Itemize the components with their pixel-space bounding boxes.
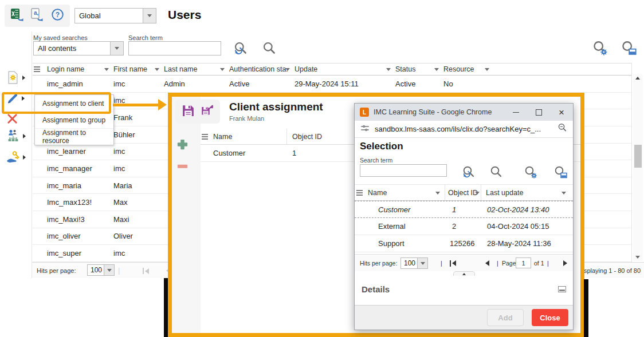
chrome-urlbar[interactable]: sandbox.lms-saas.com/ils/clix.do?searchK… [355,121,573,138]
minimize-button[interactable] [504,104,527,121]
remove-minus-icon[interactable] [176,160,189,175]
access-button[interactable] [6,150,26,165]
user-row[interactable]: imc_adminimcAdminActive29-May-2024 15:11… [33,76,631,93]
selection-search-input[interactable] [360,164,447,177]
drag-handle-icon[interactable] [355,185,365,200]
column-filter-icon[interactable] [220,68,225,71]
column-header-name[interactable]: Name [365,185,445,200]
column-header-object-id[interactable]: Object ID [445,185,481,200]
chrome-titlebar[interactable]: L IMC Learning Suite - Google Chrome × [355,104,573,121]
search-settings-icon[interactable] [591,39,608,59]
drag-handle-icon[interactable] [33,64,46,75]
next-page-button[interactable] [563,255,567,272]
submenu-arrow-icon [22,76,25,80]
scrollbar-thumb[interactable] [634,145,642,168]
cell-name: Support [365,235,445,252]
column-filter-icon[interactable] [386,68,391,71]
scroll-up-icon[interactable] [635,77,640,80]
saved-searches-label: My saved searches [33,34,88,41]
saved-searches-dropdown-button[interactable] [110,42,123,55]
search-icon[interactable] [489,165,504,180]
column-header-status[interactable]: Status [394,64,442,75]
saved-searches-select[interactable]: All contents [33,41,124,55]
user-cell: Admin [163,76,228,92]
search-window-icon[interactable] [620,39,637,59]
assignment-button[interactable] [6,129,26,144]
hits-per-page-label: Hits per page: [360,255,397,272]
delete-button[interactable] [6,112,19,125]
imc-learning-suite-app: a, ? Global Users My saved s [0,0,644,337]
assignment-org-icon [6,129,21,144]
search-refresh-icon[interactable] [461,165,476,180]
column-filter-icon[interactable] [155,68,159,71]
cell-last-update: 28-May-2024 11:36 [481,235,572,252]
minimize-panel-icon[interactable] [558,286,566,292]
user-cell: imc_oliver [46,228,112,245]
maximize-button[interactable] [527,104,550,121]
column-header-last[interactable]: Last name [163,64,228,75]
site-settings-icon[interactable] [360,123,370,136]
menu-item-assignment-to-group[interactable]: Assignment to group [35,112,113,128]
user-cell: imc_maria [46,177,112,194]
save-icon[interactable] [181,104,195,120]
column-filter-icon[interactable] [434,68,439,71]
column-header-resource[interactable]: Resource [442,64,493,75]
close-window-button[interactable]: × [550,104,573,121]
column-filter-icon[interactable] [561,192,566,195]
column-header-last-update[interactable]: Last update [481,185,572,200]
menu-item-assignment-to-client[interactable]: Assignment to client [35,95,113,112]
save-close-icon[interactable] [201,104,215,120]
url-text[interactable]: sandbox.lms-saas.com/ils/clix.do?searchK… [375,125,557,133]
search-window-icon[interactable] [553,165,568,180]
vertical-scrollbar[interactable] [633,74,643,261]
zoom-icon[interactable] [557,122,568,136]
hits-per-page-select[interactable]: 100 [400,257,428,269]
column-filter-icon[interactable] [104,68,109,71]
doc-export-icon[interactable]: a, [30,7,45,25]
add-button[interactable]: Add [487,309,524,326]
column-filter-icon[interactable] [285,68,290,71]
user-cell: Active [394,76,442,92]
search-refresh-icon[interactable] [233,41,249,59]
client-scope-select[interactable]: Global [74,8,156,23]
edit-button[interactable] [6,92,25,105]
column-header-update[interactable]: Update [293,64,394,75]
hits-per-page-select[interactable]: 100 [87,264,115,276]
page-number-input[interactable] [516,257,531,268]
scroll-down-icon[interactable] [635,256,640,259]
column-filter-icon[interactable] [475,192,480,195]
column-filter-icon[interactable] [485,68,489,71]
first-page-button[interactable] [143,268,149,274]
excel-export-icon[interactable] [10,7,25,25]
help-icon[interactable]: ? [50,7,65,24]
add-plus-icon[interactable] [176,138,189,153]
selection-row[interactable]: External 2 04-Oct-2024 05:15 [355,218,573,235]
collapse-panel-handle[interactable] [453,271,475,276]
column-header-name[interactable]: Name [212,129,286,144]
first-page-button[interactable] [450,255,456,272]
user-cell: Max [112,194,163,211]
drag-handle-icon[interactable] [201,129,212,144]
favicon: L [360,108,369,117]
hits-dropdown-button[interactable] [417,258,427,268]
column-header-login[interactable]: Login name [46,64,112,75]
search-icon[interactable] [261,41,277,59]
selection-row[interactable]: Customer 1 02-Oct-2024 13:40 [355,201,573,218]
prev-page-button[interactable] [485,255,489,272]
dialog-button-bar: Add Close [355,306,573,330]
close-button[interactable]: Close [532,309,568,326]
new-document-button[interactable] [6,70,25,85]
column-header-auth[interactable]: Authentication sta. [228,64,293,75]
search-term-input[interactable] [128,41,221,55]
highlight-arrow-head [158,99,167,110]
selection-row[interactable]: Support 125266 28-May-2024 11:36 [355,235,573,252]
hits-dropdown-button[interactable] [104,265,114,275]
assignment-cell-name: Customer [212,145,286,161]
column-filter-icon[interactable] [435,192,440,195]
client-scope-dropdown-button[interactable] [143,9,156,23]
search-settings-icon[interactable] [523,165,538,180]
menu-item-assignment-to-resource[interactable]: Assignment to resource [35,128,113,145]
user-cell: 29-May-2024 15:11 [293,76,394,92]
column-header-first[interactable]: First name [112,64,163,75]
selection-dialog: Selection Search term Name Object ID Las… [355,138,573,330]
